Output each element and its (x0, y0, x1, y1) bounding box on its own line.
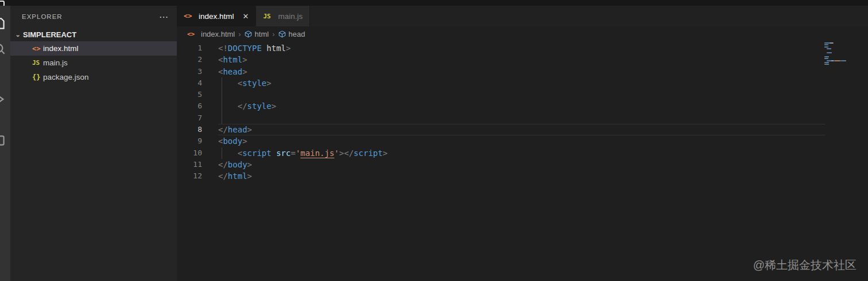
tab-main.js[interactable]: JSmain.js (256, 6, 310, 26)
minimap-line (824, 52, 852, 53)
code-token: src (276, 149, 290, 158)
code-token: > (242, 67, 247, 76)
code-token: </ (218, 160, 228, 169)
code-editor[interactable]: 1<!DOCTYPE html>2<html>3<head>4 <style>5… (177, 41, 868, 281)
line-number: 11 (177, 159, 202, 170)
line-number: 12 (177, 170, 202, 182)
minimap-line (824, 62, 852, 63)
line-number: 1 (177, 42, 202, 54)
minimap-line (824, 54, 852, 55)
line-number: 4 (177, 77, 202, 89)
tab-label: main.js (278, 12, 303, 21)
file-label: index.html (43, 44, 79, 53)
watermark: @稀土掘金技术社区 (753, 257, 857, 273)
code-token: </ (218, 171, 228, 181)
line-number: 9 (177, 135, 202, 147)
code-token: html (262, 44, 286, 53)
line-number: 5 (177, 89, 202, 100)
explorer-icon[interactable] (0, 16, 7, 31)
line-text: </html> (218, 170, 252, 182)
tab-label: index.html (199, 12, 234, 21)
code-line-11[interactable]: 11</body> (177, 159, 868, 170)
code-token: style (247, 102, 272, 111)
code-line-12[interactable]: 12</html> (177, 170, 868, 182)
line-text: </style> (218, 100, 276, 112)
breadcrumb-item-html[interactable]: html (245, 30, 269, 38)
code-line-5[interactable]: 5 (177, 89, 868, 100)
minimap-segment (828, 56, 829, 57)
line-number: 2 (177, 54, 202, 65)
code-line-4[interactable]: 4 <style> (177, 77, 868, 89)
breadcrumb-label: index.html (201, 30, 235, 38)
line-text: </head> (218, 124, 252, 135)
json-file-icon: {} (32, 73, 43, 81)
code-token: < (238, 149, 242, 158)
code-token: > (242, 136, 247, 146)
minimap-line (824, 46, 852, 48)
code-line-1[interactable]: 1<!DOCTYPE html> (177, 42, 868, 54)
file-item-package.json[interactable]: {}package.json (10, 70, 177, 84)
line-number: 7 (177, 112, 202, 124)
minimap[interactable] (824, 42, 852, 66)
code-line-9[interactable]: 9<body> (177, 135, 868, 147)
extensions-icon[interactable] (0, 133, 7, 148)
file-label: main.js (43, 58, 68, 67)
activity-bar[interactable] (0, 6, 10, 281)
code-token: ' (334, 149, 339, 158)
minimap-segment (831, 52, 832, 53)
code-token: > (247, 171, 252, 181)
js-file-icon: JS (263, 13, 274, 20)
code-line-3[interactable]: 3<head> (177, 66, 868, 77)
breadcrumb: <>index.html›html›head (177, 26, 868, 41)
breadcrumb-label: html (255, 30, 269, 38)
more-actions-icon[interactable]: ⋯ (159, 11, 169, 22)
minimap-segment (827, 46, 828, 48)
breadcrumb-separator-icon: › (272, 30, 274, 38)
code-line-7[interactable]: 7 (177, 112, 868, 124)
code-token: > (383, 149, 388, 158)
code-token (272, 149, 276, 158)
code-token: ></ (339, 149, 354, 158)
minimap-segment (827, 60, 831, 61)
html-file-icon: <> (187, 30, 198, 38)
file-item-index.html[interactable]: <>index.html (10, 41, 177, 56)
line-text: <script src='main.js'></script> (218, 147, 388, 159)
code-line-10[interactable]: 10 <script src='main.js'></script> (177, 147, 868, 159)
code-line-2[interactable]: 2<html> (177, 54, 868, 65)
line-text: </body> (218, 159, 252, 170)
code-token: script (354, 149, 383, 158)
symbol-cube-icon (278, 30, 286, 38)
folder-section-simplereact[interactable]: ⌄ SIMPLEREACT (10, 28, 177, 41)
code-token: main.js (300, 149, 334, 158)
code-token: > (247, 160, 252, 169)
minimap-line (824, 44, 852, 45)
code-token: html (223, 55, 242, 64)
tab-bar: <>index.html✕JSmain.js (177, 6, 868, 26)
breadcrumb-label: head (289, 30, 305, 38)
code-token: script (242, 149, 272, 158)
close-tab-icon[interactable]: ✕ (243, 12, 249, 21)
minimap-segment (826, 42, 830, 44)
search-icon[interactable] (0, 41, 7, 56)
code-area: 1<!DOCTYPE html>2<html>3<head>4 <style>5… (177, 42, 868, 182)
code-token: < (238, 79, 242, 88)
breadcrumb-item-head[interactable]: head (278, 30, 305, 38)
code-line-8[interactable]: 8</head> (177, 124, 868, 135)
code-token: head (228, 125, 247, 134)
code-token: <! (218, 44, 228, 53)
line-number: 6 (177, 100, 202, 112)
code-token: html (228, 171, 247, 181)
run-icon[interactable] (0, 92, 7, 107)
minimap-segment (833, 42, 834, 44)
code-token: body (228, 160, 247, 169)
tab-index.html[interactable]: <>index.html✕ (177, 6, 256, 26)
code-token: head (223, 67, 242, 76)
title-bar-strip (0, 0, 868, 6)
code-token (218, 102, 238, 111)
code-token: body (223, 136, 242, 146)
minimap-line (824, 50, 852, 52)
breadcrumb-item-index.html[interactable]: <>index.html (187, 30, 235, 38)
file-item-main.js[interactable]: JSmain.js (10, 56, 177, 70)
code-line-6[interactable]: 6 </style> (177, 100, 868, 112)
breadcrumb-separator-icon: › (238, 30, 241, 38)
